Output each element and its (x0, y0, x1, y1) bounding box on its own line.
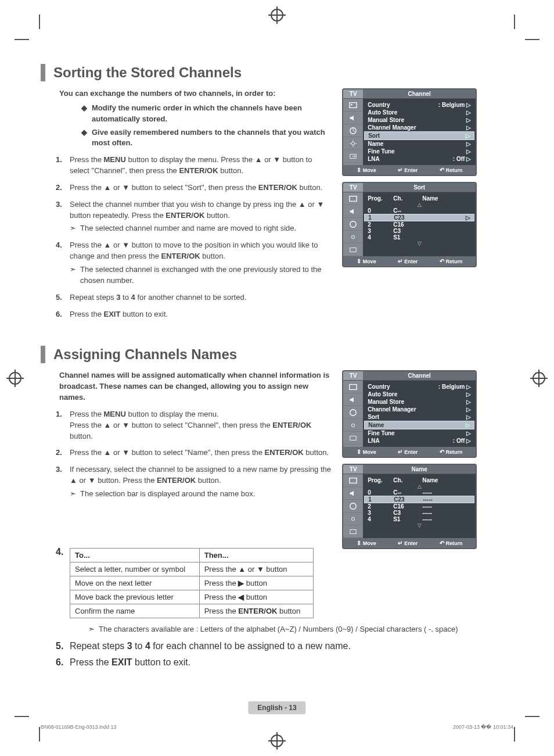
osd-tv-label: TV (343, 371, 363, 381)
step-number: 3. (56, 464, 70, 500)
enter-icon: ↵ (398, 258, 402, 264)
svg-rect-13 (350, 478, 357, 483)
step-2: 2. Press the ▲ or ▼ button to select "So… (56, 182, 332, 194)
scroll-down-icon: ▽ (366, 522, 472, 528)
svg-rect-16 (350, 529, 357, 533)
osd-icon-strip (343, 99, 363, 165)
sub-marker: ➣ (70, 223, 80, 234)
heading-text: Sorting the Stored Channels (53, 65, 242, 81)
osd-selected-row: 1C23▷ (364, 214, 474, 221)
osd-footer: ⇕Move ↵Enter ↶Return (343, 256, 476, 266)
step-6: 6. Press the EXIT button to exit. (56, 657, 513, 668)
osd-selected-row: Sort▷ (364, 131, 474, 140)
table-cell: Press the ▶ button (199, 576, 313, 590)
step-number: 1. (56, 409, 70, 442)
svg-point-14 (350, 503, 357, 510)
step-number: 6. (56, 657, 70, 668)
step-number: 4. (56, 240, 70, 286)
osd-tv-label: TV (343, 183, 363, 192)
footer-file: BN68-01169B-Eng-0313.indd 13 (41, 724, 117, 730)
step-number: 2. (56, 182, 70, 194)
setup-icon (343, 137, 363, 150)
channel-icon (343, 406, 363, 419)
step-4: 4. Press the ▲ or ▼ button to move to th… (56, 240, 332, 286)
step-3: 3. If necessary, select the channel to b… (56, 464, 332, 500)
osd-footer: ⇕Move ↵Enter ↶Return (343, 447, 476, 457)
osd-title: Channel (363, 89, 476, 99)
return-icon: ↶ (440, 258, 444, 264)
osd-icon-strip (343, 381, 363, 447)
move-icon: ⇕ (357, 449, 361, 455)
input-icon (343, 243, 363, 256)
step-number: 3. (56, 199, 70, 235)
osd-selected-row: 1C23----- (364, 496, 474, 503)
sub-marker: ➣ (88, 624, 99, 635)
step-1: 1. Press the MENU button to display the … (56, 155, 332, 177)
osd-footer: ⇕Move ↵Enter ↶Return (343, 165, 476, 175)
return-icon: ↶ (440, 167, 444, 173)
picture-icon (343, 99, 363, 112)
return-icon: ↶ (440, 540, 444, 546)
channel-icon (343, 218, 363, 231)
step-number: 1. (56, 155, 70, 177)
osd-icon-strip (343, 192, 363, 256)
osd-icon-strip (343, 474, 363, 538)
picture-icon (343, 381, 363, 393)
svg-rect-9 (350, 384, 357, 389)
step-number: 5. (56, 641, 70, 651)
svg-rect-0 (350, 102, 357, 108)
table-cell: Press the ▲ or ▼ button (199, 562, 313, 576)
step-number: 2. (56, 447, 70, 458)
print-footer: BN68-01169B-Eng-0313.indd 13 2007-03-13 … (41, 724, 513, 730)
heading-bar (41, 64, 45, 81)
picture-icon (343, 192, 363, 205)
bullet-list: Modify the numeric order in which the ch… (81, 103, 332, 149)
move-icon: ⇕ (357, 540, 361, 546)
svg-point-15 (352, 517, 355, 520)
table-cell: Press the ◀ button (199, 590, 313, 604)
svg-rect-8 (350, 248, 357, 252)
svg-point-10 (350, 410, 357, 416)
step-2: 2. Press the ▲ or ▼ button to select "Na… (56, 447, 332, 458)
step-5: 5. Repeat steps 3 to 4 for each channel … (56, 641, 513, 651)
bullet-item: Modify the numeric order in which the ch… (81, 103, 332, 125)
svg-point-6 (350, 221, 357, 227)
step-number: 4. (56, 547, 70, 618)
channel-icon (343, 124, 363, 137)
osd-tv-label: TV (343, 89, 363, 99)
enter-icon: ↵ (398, 449, 402, 455)
sub-marker: ➣ (70, 264, 80, 286)
osd-title: Channel (363, 371, 476, 381)
osd-title: Name (363, 465, 476, 474)
osd-name-list: TV Name Prog.Ch.Name △ 0C------- 1C23---… (342, 464, 477, 549)
scroll-down-icon: ▽ (366, 241, 472, 246)
osd-title: Sort (363, 183, 476, 192)
osd-sort-list: TV Sort Prog.Ch.Name △ 0C-- 1C23▷ 2C16 3… (342, 182, 477, 267)
svg-point-7 (352, 235, 355, 238)
step-5: 5. Repeat steps 3 to 4 for another chann… (56, 292, 332, 303)
sound-icon (343, 205, 363, 218)
svg-rect-5 (350, 196, 357, 201)
step-4: 4. To...Then... Select a letter, number … (56, 547, 513, 618)
setup-icon (343, 513, 363, 525)
input-icon (343, 150, 363, 163)
step-number: 5. (56, 292, 70, 303)
svg-point-11 (352, 424, 355, 427)
intro-text: You can exchange the numbers of two chan… (59, 88, 332, 99)
section-heading-sorting: Sorting the Stored Channels (41, 64, 513, 81)
svg-rect-12 (350, 436, 357, 440)
svg-point-1 (351, 103, 352, 105)
intro-text: Channel names will be assigned automatic… (59, 370, 332, 403)
osd-selected-row: Name▷ (364, 421, 474, 429)
page-number: English - 13 (248, 701, 305, 714)
step-3: 3. Select the channel number that you wi… (56, 199, 332, 235)
scroll-up-icon: △ (366, 202, 472, 207)
setup-icon (343, 231, 363, 243)
osd-channel-menu-name: TV Channel Country: Belgium ▷ Auto Store… (342, 370, 477, 458)
step-6: 6. Press the EXIT button to exit. (56, 309, 332, 320)
section-heading-assigning: Assigning Channels Names (41, 346, 513, 363)
sound-icon (343, 112, 363, 124)
heading-bar (41, 346, 45, 363)
move-icon: ⇕ (357, 258, 361, 264)
table-cell: Move back the previous letter (70, 590, 200, 604)
